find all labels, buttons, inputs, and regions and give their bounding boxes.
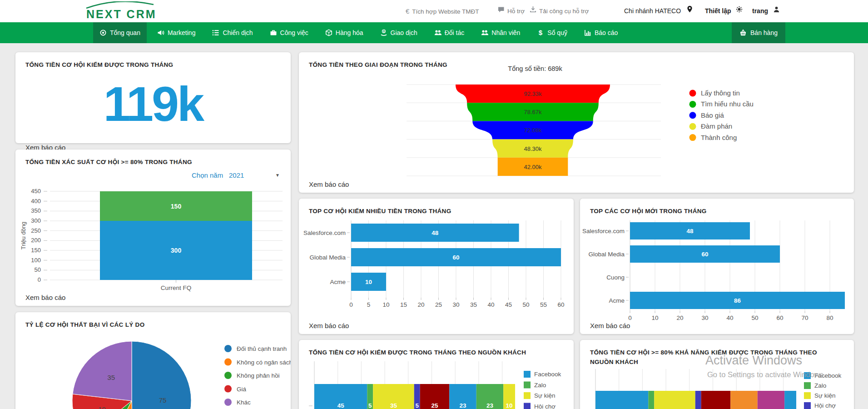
card-source-earned: TỔNG TIỀN CƠ HỘI KIẾM ĐƯỢC TRONG THÁNG T…: [299, 340, 574, 409]
svg-text:48.30k: 48.30k: [524, 145, 542, 152]
svg-text:60: 60: [776, 314, 783, 321]
svg-text:50: 50: [522, 301, 529, 308]
people-icon: [434, 29, 441, 36]
svg-text:5: 5: [367, 301, 371, 308]
integration-link[interactable]: €Tích hợp Website TMĐT: [406, 0, 479, 22]
svg-text:0: 0: [628, 314, 632, 321]
nav-label: Báo cáo: [595, 29, 618, 36]
bar-chart-icon: [584, 29, 591, 36]
nav-item-marketing[interactable]: Marketing: [151, 22, 202, 43]
nav-item-ban-hang[interactable]: Bán hàng: [732, 22, 785, 43]
svg-text:Salesforce.com: Salesforce.com: [582, 228, 625, 234]
svg-text:25: 25: [435, 301, 442, 308]
card-fail-reasons: TỶ LỆ CƠ HỘI THẤT BẠI VÌ CÁC LÝ DO 75121…: [15, 312, 291, 409]
nav-label: Chiến dịch: [223, 29, 253, 36]
svg-text:10: 10: [365, 279, 372, 285]
svg-text:Global Media: Global Media: [309, 254, 346, 261]
user-label: trang: [752, 7, 768, 15]
list-icon: [212, 29, 219, 36]
svg-text:Cuong: Cuong: [606, 274, 625, 281]
svg-text:15: 15: [400, 301, 407, 308]
svg-text:Facebook: Facebook: [534, 371, 561, 378]
svg-text:19: 19: [98, 405, 106, 409]
svg-text:92.33k: 92.33k: [524, 90, 542, 97]
svg-text:72.08k: 72.08k: [524, 127, 542, 134]
nav-item-chien-dich[interactable]: Chiến dịch: [206, 22, 259, 43]
user-menu[interactable]: trang: [752, 0, 780, 22]
svg-text:Zalo: Zalo: [534, 382, 546, 389]
support-link[interactable]: Hỗ trợ: [498, 0, 525, 22]
support-label: Hỗ trợ: [507, 8, 525, 15]
svg-text:Hội chợ: Hội chợ: [814, 402, 836, 409]
nav-item-giao-dich[interactable]: $ Giao dịch: [374, 22, 424, 43]
svg-text:Đàm phán: Đàm phán: [701, 122, 732, 130]
briefcase-icon: [270, 29, 277, 36]
svg-text:45: 45: [505, 301, 512, 308]
svg-text:10: 10: [506, 402, 513, 409]
integration-label: Tích hợp Website TMĐT: [412, 8, 479, 15]
report-link-probability[interactable]: Xem báo cáo: [25, 294, 65, 301]
card-title: TỶ LỆ CƠ HỘI THẤT BẠI VÌ CÁC LÝ DO: [15, 312, 291, 330]
card-total-earned: TỔNG TIỀN CƠ HỘI KIẾM ĐƯỢC TRONG THÁNG 1…: [15, 52, 291, 143]
svg-text:450: 450: [31, 188, 41, 195]
svg-text:60: 60: [557, 301, 564, 308]
svg-text:5: 5: [368, 402, 372, 409]
svg-text:23: 23: [486, 402, 494, 409]
svg-text:Thành công: Thành công: [701, 134, 737, 141]
svg-text:40: 40: [487, 301, 494, 308]
nav-label: Đối tác: [445, 29, 465, 36]
top-new-chart: 01020304050607080Salesforce.com48Global …: [580, 217, 854, 326]
svg-text:75: 75: [159, 396, 167, 404]
svg-text:350: 350: [31, 207, 41, 214]
nav-item-hang-hoa[interactable]: Hàng hóa: [319, 22, 370, 43]
nav-label: Nhân viên: [491, 29, 520, 36]
source-earned-chart: 45535525232310FacebookZaloSự kiệnHội chợ: [299, 360, 574, 409]
svg-text:300: 300: [171, 247, 182, 254]
year-filter-label[interactable]: Chọn năm: [192, 171, 223, 179]
svg-text:40: 40: [726, 314, 733, 321]
nav-label: Tổng quan: [110, 29, 140, 36]
card-title: TỔNG TIỀN CƠ HỘI >= 80% KHẢ NĂNG KIẾM ĐƯ…: [580, 340, 854, 367]
svg-text:Báo giá: Báo giá: [701, 111, 724, 119]
branch-selector[interactable]: Chi nhánh HATECO: [624, 0, 693, 22]
nextcrm-logo[interactable]: NEXT CRM: [85, 1, 158, 21]
settings-menu[interactable]: Thiết lập: [705, 0, 743, 22]
svg-text:Acme: Acme: [609, 297, 625, 304]
svg-text:23: 23: [459, 402, 466, 409]
nav-item-bao-cao[interactable]: Báo cáo: [578, 22, 624, 43]
gear-icon: [736, 0, 743, 22]
chevron-down-icon[interactable]: ▼: [275, 173, 280, 178]
svg-text:10: 10: [382, 301, 389, 308]
svg-text:Không phản hồi: Không phản hồi: [237, 372, 280, 379]
svg-text:80: 80: [826, 314, 833, 321]
report-link-funnel[interactable]: Xem báo cáo: [309, 180, 349, 188]
logo-text: NEXT CRM: [86, 8, 157, 21]
nav-label: Sổ quỹ: [547, 29, 567, 36]
card-title: TỔNG TIỀN CƠ HỘI KIẾM ĐƯỢC TRONG THÁNG T…: [299, 340, 574, 358]
source-probability-chart: 45535525232310FacebookZaloSự kiệnHội chợ: [580, 368, 854, 409]
svg-text:150: 150: [171, 203, 182, 210]
report-link-top-money[interactable]: Xem báo cáo: [309, 322, 349, 329]
svg-text:30: 30: [701, 314, 708, 321]
report-link-top-new[interactable]: Xem báo cáo: [590, 322, 630, 329]
user-icon: [773, 0, 780, 22]
svg-text:50: 50: [35, 266, 41, 273]
svg-text:48: 48: [686, 228, 694, 234]
download-icon: [530, 0, 536, 22]
probability-chart: 450400350300250200150100500Triệu đồng300…: [19, 182, 287, 296]
nav-item-cong-viec[interactable]: Công việc: [263, 22, 315, 43]
svg-text:20: 20: [676, 314, 683, 321]
svg-text:35: 35: [107, 374, 115, 381]
svg-text:Sự kiện: Sự kiện: [814, 392, 836, 399]
nav-item-tong-quan[interactable]: Tổng quan: [93, 22, 147, 43]
nav-item-doi-tac[interactable]: Đối tác: [428, 22, 471, 43]
svg-text:100: 100: [31, 257, 41, 264]
svg-text:30: 30: [452, 301, 459, 308]
nav-item-nhan-vien[interactable]: Nhân viên: [475, 22, 526, 43]
card-top-new: TOP CÁC CƠ HỘI MỚI TRONG THÁNG 010203040…: [580, 199, 854, 334]
year-filter: Chọn năm 2021 ▼: [15, 171, 291, 181]
year-filter-value[interactable]: 2021: [229, 171, 244, 179]
download-tools-link[interactable]: Tải công cụ hỗ trợ: [530, 0, 589, 22]
svg-text:Khác: Khác: [237, 399, 251, 406]
nav-item-so-quy[interactable]: $ Sổ quỹ: [531, 22, 574, 43]
